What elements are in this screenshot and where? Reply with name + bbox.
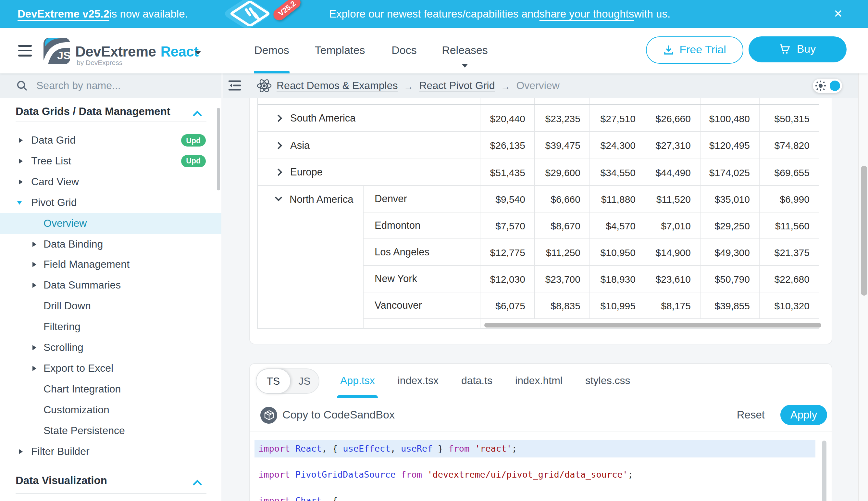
toggle-option-ts[interactable]: TS — [256, 369, 291, 394]
expand-chevron-icon[interactable] — [275, 169, 283, 176]
pivot-value-cell — [760, 98, 818, 104]
pivot-value-cell: $39,475 — [535, 132, 590, 159]
free-trial-button[interactable]: Free Trial — [646, 36, 743, 64]
apply-button[interactable]: Apply — [780, 405, 827, 425]
pivot-value-cell: $11,560 — [760, 213, 818, 239]
sidebar-search — [0, 73, 221, 98]
theme-toggle[interactable] — [813, 79, 842, 93]
pivot-region-cell[interactable]: Asia — [258, 132, 481, 159]
sidebar-item-filter-builder[interactable]: Filter Builder — [0, 441, 221, 462]
divider — [15, 493, 207, 494]
sidebar-item-data-binding[interactable]: Data Binding — [0, 234, 221, 254]
pivot-region-cell[interactable]: Europe — [258, 159, 481, 186]
pivot-region-cell-north-america[interactable]: North America — [258, 186, 364, 213]
pivot-city-cell[interactable]: New York — [364, 266, 481, 292]
nav-item-releases[interactable]: Releases — [440, 28, 490, 73]
collapse-chevron-icon[interactable] — [275, 194, 283, 201]
code-vertical-scrollbar[interactable] — [822, 440, 826, 501]
sidebar-item-label: Drill Down — [44, 300, 91, 312]
pivot-region-cell[interactable]: South America — [258, 105, 481, 132]
breadcrumb-arrow: → — [501, 80, 510, 91]
sidebar-scrollbar[interactable] — [217, 108, 220, 190]
pivot-region-cell — [258, 239, 364, 266]
section-title-data-visualization[interactable]: Data Visualization — [15, 470, 107, 491]
copy-to-codesandbox-button[interactable]: Copy to CodeSandBox — [283, 398, 395, 431]
tab-index-html[interactable]: index.html — [515, 364, 562, 398]
pivot-value-cell: $34,550 — [590, 159, 645, 186]
sidebar-item-chart-integration[interactable]: Chart Integration — [0, 379, 221, 399]
pivot-empty-cell — [364, 319, 481, 329]
section-title-data-grids[interactable]: Data Grids / Data Management — [15, 101, 171, 121]
tab-app-tsx[interactable]: App.tsx — [340, 364, 375, 398]
tab-styles-css[interactable]: styles.css — [585, 364, 630, 398]
pivot-value-cell: $24,300 — [590, 132, 645, 159]
sidebar-item-label: Pivot Grid — [31, 196, 77, 208]
tab-data-ts[interactable]: data.ts — [461, 364, 492, 398]
chevron-up-icon[interactable] — [193, 107, 202, 119]
pivot-value-cell: $74,820 — [760, 132, 818, 159]
share-thoughts-link[interactable]: share your thoughts — [539, 8, 634, 20]
sidebar-item-overview[interactable]: Overview — [0, 213, 221, 234]
pivot-value-cell — [701, 98, 760, 104]
buy-button[interactable]: Buy — [749, 36, 847, 62]
nav-item-templates[interactable]: Templates — [313, 28, 367, 73]
pivot-city-cell[interactable]: Los Angeles — [364, 239, 481, 266]
pivot-region-cell — [258, 292, 364, 319]
nav-item-demos[interactable]: Demos — [254, 28, 289, 73]
sidebar-item-label: Filtering — [44, 321, 80, 333]
sidebar-item-tree-list[interactable]: Tree ListUpd — [0, 151, 221, 172]
pivot-value-cell: $50,790 — [701, 266, 760, 292]
pivot-value-cell: $174,025 — [701, 159, 760, 186]
chevron-up-icon[interactable] — [193, 476, 202, 488]
sidebar-item-scrolling[interactable]: Scrolling — [0, 337, 221, 358]
collapse-sidebar-icon[interactable] — [229, 80, 241, 94]
pivot-value-cell: $12,775 — [481, 239, 535, 266]
sidebar-item-card-view[interactable]: Card View — [0, 172, 221, 192]
sidebar-item-customization[interactable]: Customization — [0, 399, 221, 420]
theme-toggle-knob — [830, 81, 840, 91]
pivot-value-cell: $69,655 — [760, 159, 818, 186]
close-icon[interactable]: ✕ — [828, 0, 848, 28]
codesandbox-icon[interactable] — [260, 407, 277, 424]
chevron-down-icon — [462, 64, 468, 67]
sidebar-item-label: State Persistence — [44, 425, 125, 436]
sidebar-item-state-persistence[interactable]: State Persistence — [0, 420, 221, 441]
sidebar-item-data-grid[interactable]: Data GridUpd — [0, 130, 221, 151]
expand-chevron-icon[interactable] — [275, 115, 283, 122]
language-toggle[interactable]: TS JS — [256, 369, 319, 394]
search-input[interactable] — [35, 79, 200, 92]
page-scrollbar[interactable] — [860, 166, 867, 296]
banner-version-link[interactable]: DevExtreme v25.2 — [18, 8, 109, 20]
sidebar-item-field-management[interactable]: Field Management — [0, 254, 221, 275]
tab-index-tsx[interactable]: index.tsx — [398, 364, 439, 398]
sidebar-item-drill-down[interactable]: Drill Down — [0, 296, 221, 317]
pivot-value-cell: $23,700 — [535, 266, 590, 292]
pivot-row-asia: Asia$26,135$39,475$24,300$27,310$120,495… — [258, 132, 818, 159]
pivot-horizontal-scrollbar[interactable] — [484, 323, 821, 328]
pivot-value-cell: $27,510 — [590, 105, 645, 132]
pivot-value-cell: $35,010 — [701, 186, 760, 213]
pivot-row-edmonton: Edmonton$7,570$8,670$4,570$7,010$29,250$… — [258, 213, 818, 239]
pivot-value-cell — [535, 98, 590, 104]
sidebar-item-pivot-grid[interactable]: Pivot Grid — [0, 192, 221, 213]
pivot-city-cell[interactable]: Vancouver — [364, 292, 481, 319]
pivot-value-cell: $39,855 — [701, 292, 760, 319]
breadcrumb-link-pivot-grid[interactable]: React Pivot Grid — [419, 80, 495, 92]
pivot-row — [258, 98, 818, 105]
breadcrumb-current: Overview — [516, 80, 559, 92]
pivot-city-cell[interactable]: Edmonton — [364, 213, 481, 239]
reset-button[interactable]: Reset — [737, 398, 765, 431]
sidebar-item-data-summaries[interactable]: Data Summaries — [0, 275, 221, 296]
toggle-option-js[interactable]: JS — [290, 369, 319, 393]
pivot-region-cell — [258, 213, 364, 239]
sidebar-item-export-to-excel[interactable]: Export to Excel — [0, 358, 221, 379]
expand-chevron-icon[interactable] — [275, 142, 283, 149]
breadcrumb-link-demos[interactable]: React Demos & Examples — [277, 80, 398, 92]
sidebar-item-filtering[interactable]: Filtering — [0, 317, 221, 337]
main-content: React Demos & Examples → React Pivot Gri… — [221, 73, 861, 501]
version-badge: V25.2 — [271, 0, 303, 23]
pivot-empty-cell — [258, 319, 364, 329]
breadcrumb-arrow: → — [404, 80, 413, 91]
nav-item-docs[interactable]: Docs — [391, 28, 417, 73]
pivot-city-cell[interactable]: Denver — [364, 186, 481, 213]
